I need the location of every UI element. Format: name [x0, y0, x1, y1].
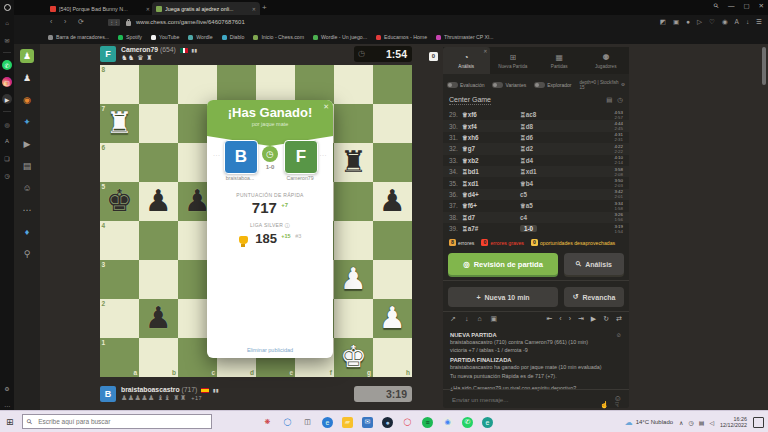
move-white[interactable]: ♕xf4	[462, 123, 520, 130]
history-icon[interactable]: ◷	[617, 96, 623, 104]
move-white[interactable]: ♕g7	[462, 145, 520, 152]
nav-news-icon[interactable]: ▤	[20, 159, 34, 173]
board-square-h1[interactable]: h	[373, 338, 412, 377]
board-square-a4[interactable]: 4	[100, 221, 139, 260]
move-black[interactable]: ♖d2	[520, 145, 578, 152]
close-icon[interactable]: ✕	[323, 103, 329, 111]
piece-g3[interactable]: ♟	[334, 260, 373, 299]
nav-social-icon[interactable]: ☺	[20, 181, 34, 195]
opera-logo-icon[interactable]	[4, 4, 11, 11]
board-square-a1[interactable]: 1a	[100, 338, 139, 377]
move-white[interactable]: ♕xh6	[462, 134, 520, 141]
bookmark-item[interactable]: Wordle	[188, 34, 212, 40]
move-black[interactable]: 1-0	[520, 225, 537, 232]
board-square-g5[interactable]	[334, 182, 373, 221]
move-black[interactable]: c4	[520, 214, 578, 221]
info-icon[interactable]: ⓘ	[285, 222, 290, 228]
flip-board-icon[interactable]: ⇄	[616, 315, 622, 323]
notification-center-icon[interactable]	[753, 417, 764, 428]
white-player-tile[interactable]: B	[224, 140, 258, 174]
chesscom-logo[interactable]: ♟	[20, 49, 34, 63]
game-review-button[interactable]: ◎ Revisión de partida	[448, 253, 558, 275]
nav-play-icon[interactable]: ♟	[20, 71, 34, 85]
extension-icon[interactable]: A	[735, 18, 739, 26]
messenger-icon[interactable]: ✉	[2, 35, 12, 45]
prev-move-icon[interactable]: ‹	[559, 315, 561, 323]
move-white[interactable]: ♖xd1	[462, 180, 520, 187]
tab-jugadores[interactable]: ⚉ Jugadores	[583, 47, 630, 74]
chat-icon[interactable]: ❏	[2, 153, 12, 163]
player-name[interactable]: braistaboascastro (717) ▮▮	[121, 386, 219, 393]
bookmark-item[interactable]: Thrustmaster CP Xl...	[436, 34, 494, 40]
tray-icon[interactable]: ◷	[688, 419, 693, 426]
close-button[interactable]: ✕	[759, 2, 764, 10]
spotify-icon[interactable]: ≡	[422, 417, 433, 428]
extension-icon[interactable]: ▣	[673, 18, 679, 26]
task-view-icon[interactable]: ◫	[302, 417, 313, 428]
board-square-e8[interactable]	[256, 65, 295, 104]
start-button[interactable]: ⊞	[6, 417, 14, 427]
tab-close-icon[interactable]: ✕	[146, 6, 150, 12]
board-square-c8[interactable]	[178, 65, 217, 104]
evaluation-chip[interactable]: 0	[429, 52, 438, 61]
extension-badge[interactable]: ⋮⋮	[108, 19, 120, 26]
download-icon[interactable]: ↓	[465, 315, 469, 323]
tab-close-icon[interactable]: ✕	[252, 6, 256, 12]
nav-more-icon[interactable]: ⋯	[20, 203, 34, 217]
move-white[interactable]: ♖bd1	[462, 168, 520, 175]
browser-tab-youtube[interactable]: [540] Porque Bad Bunny N... ✕	[46, 2, 154, 15]
weather-widget[interactable]: ☁ 14°C Nublado	[625, 418, 673, 427]
move-white[interactable]: ♕xb2	[462, 157, 520, 164]
player-username[interactable]: braistaboascastro	[121, 386, 180, 393]
scrollbar[interactable]	[762, 47, 766, 85]
new-10min-button[interactable]: + Nueva 10 min	[448, 287, 558, 307]
close-icon[interactable]: ✕	[483, 48, 487, 54]
last-move-icon[interactable]: ⇥	[578, 315, 584, 323]
remove-ads-link[interactable]: Eliminar publicidad	[207, 347, 333, 353]
board-square-g4[interactable]	[334, 221, 373, 260]
first-move-icon[interactable]: ⇤	[546, 315, 552, 323]
chrome-icon[interactable]: ◉	[442, 417, 453, 428]
move-black[interactable]: ♖ac8	[520, 111, 578, 118]
move-white[interactable]: ♖a7#	[462, 225, 520, 232]
toggle-switch[interactable]	[492, 82, 503, 88]
move-black[interactable]: c5	[520, 191, 578, 198]
archive-icon[interactable]: ⌂	[477, 315, 481, 323]
nav-puzzles-icon[interactable]: ◉	[20, 93, 34, 107]
tab-partidas[interactable]: ▦ Partidas	[536, 47, 583, 74]
extension-icon[interactable]: ↓	[746, 18, 749, 26]
move-white[interactable]: ♕d4+	[462, 191, 520, 198]
mail-icon[interactable]: ✉	[362, 417, 373, 428]
browser-tab-chess[interactable]: Juega gratis al ajedrez onli... ✕	[152, 2, 260, 15]
chat-input[interactable]	[450, 395, 604, 404]
black-player-tile[interactable]: F	[284, 140, 318, 174]
share-icon[interactable]: ↗	[450, 315, 456, 323]
new-tab-button[interactable]: +	[262, 3, 267, 12]
board-square-a2[interactable]: 2	[100, 299, 139, 338]
player-name[interactable]: Cameron79 (654) ▮▮	[121, 46, 198, 53]
bookmark-item[interactable]: YouTube	[151, 34, 179, 40]
explorer-icon[interactable]: ▰	[342, 417, 353, 428]
tray-icon[interactable]: ◁	[709, 419, 714, 426]
tab-search-icon[interactable]: ⚲	[712, 1, 721, 10]
board-square-a6[interactable]: 6	[100, 143, 139, 182]
piece-g6[interactable]: ♜	[334, 143, 373, 182]
tab-nueva-partida[interactable]: ⊞ Nueva Partida	[490, 47, 537, 74]
translate-icon[interactable]: A	[2, 136, 12, 146]
expand-icon[interactable]: ▣	[491, 315, 498, 323]
copy-icon[interactable]: ▤	[606, 96, 612, 104]
back-button[interactable]: ‹	[50, 18, 52, 25]
minimize-button[interactable]: —	[728, 2, 735, 10]
bookmark-item[interactable]: Educamos - Home	[376, 34, 427, 40]
board-square-f8[interactable]	[295, 65, 334, 104]
board-square-b8[interactable]	[139, 65, 178, 104]
move-black[interactable]: ♖d8	[520, 123, 578, 130]
chat-mute-icon[interactable]: ⊘	[616, 332, 621, 338]
board-square-g2[interactable]	[334, 299, 373, 338]
board-square-b4[interactable]	[139, 221, 178, 260]
bookmark-item[interactable]: Barra de marcadores...	[48, 34, 109, 40]
maximize-button[interactable]: ▢	[743, 2, 749, 10]
board-square-g8[interactable]	[334, 65, 373, 104]
bookmark-item[interactable]: Diablo	[222, 34, 245, 40]
board-square-b7[interactable]	[139, 104, 178, 143]
